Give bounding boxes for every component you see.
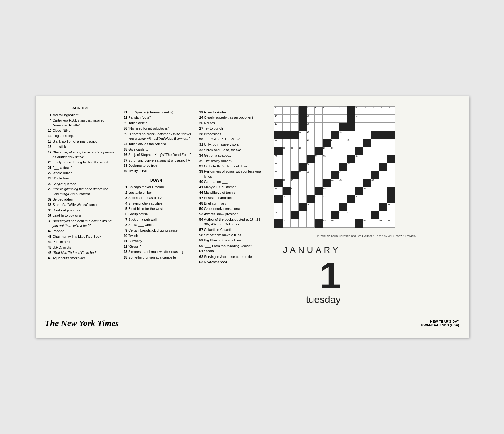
grid-cell-13-7[interactable] [331,211,339,219]
grid-cell-7-11[interactable] [363,163,371,171]
grid-cell-8-6[interactable] [323,171,331,179]
grid-cell-10-5[interactable] [315,187,323,195]
grid-cell-14-14[interactable]: 69 [387,219,395,228]
grid-cell-8-14[interactable] [387,171,395,179]
grid-cell-6-11[interactable] [363,155,371,163]
grid-cell-2-12[interactable] [371,123,379,131]
grid-cell-6-13[interactable] [379,155,387,163]
grid-cell-5-9[interactable] [347,147,355,155]
grid-cell-12-4[interactable]: 56 [307,203,315,211]
grid-cell-7-14[interactable] [387,163,395,171]
grid-cell-10-12[interactable] [371,187,379,195]
grid-cell-14-11[interactable]: 67 [363,219,371,228]
grid-cell-13-0[interactable]: 59 [274,211,283,219]
grid-cell-9-1[interactable]: 42 [283,179,291,187]
grid-cell-2-13[interactable] [379,123,387,131]
grid-cell-4-2[interactable] [291,139,299,147]
grid-cell-1-9[interactable] [347,115,355,123]
grid-cell-4-6[interactable] [323,139,331,147]
grid-cell-3-12[interactable] [371,131,379,139]
grid-cell-2-11[interactable] [363,123,371,131]
grid-cell-8-12[interactable] [371,171,379,179]
grid-cell-10-8[interactable] [339,187,347,195]
grid-cell-3-4[interactable]: 20 [307,131,315,139]
grid-cell-9-5[interactable] [315,179,323,187]
grid-cell-5-10[interactable] [355,147,363,155]
grid-cell-8-4[interactable]: 40 [307,171,315,179]
grid-cell-5-2[interactable]: 27 [291,147,299,155]
grid-cell-14-2[interactable] [291,219,299,228]
grid-cell-1-1[interactable] [283,115,291,123]
grid-cell-14-1[interactable]: 64 [283,219,291,228]
grid-cell-12-9[interactable]: 57 [347,203,355,211]
grid-cell-11-14[interactable] [387,195,395,203]
grid-cell-0-2[interactable]: 3 [291,107,299,115]
grid-cell-5-0[interactable] [274,147,283,155]
grid-cell-6-0[interactable]: 31 [274,155,283,163]
grid-cell-11-2[interactable] [291,195,299,203]
grid-cell-1-3[interactable] [299,115,307,123]
grid-cell-10-3[interactable] [299,187,307,195]
grid-cell-9-12[interactable]: 46 [371,179,379,187]
grid-cell-10-10[interactable] [355,187,363,195]
grid-cell-13-11[interactable] [363,211,371,219]
grid-cell-12-13[interactable] [379,203,387,211]
grid-cell-3-8[interactable]: 21 [339,131,347,139]
grid-cell-9-11[interactable] [363,179,371,187]
grid-cell-8-11[interactable] [363,171,371,179]
grid-cell-8-7[interactable] [331,171,339,179]
grid-cell-13-13[interactable] [379,211,387,219]
grid-cell-13-2[interactable] [291,211,299,219]
grid-cell-7-4[interactable]: 36 [307,163,315,171]
grid-cell-1-5[interactable] [315,115,323,123]
grid-cell-13-5[interactable] [315,211,323,219]
grid-cell-8-10[interactable] [355,171,363,179]
grid-cell-6-5[interactable]: 32 [315,155,323,163]
grid-cell-7-12[interactable] [371,163,379,171]
grid-cell-3-6[interactable] [323,131,331,139]
grid-cell-8-5[interactable] [315,171,323,179]
grid-cell-9-14[interactable] [387,179,395,187]
grid-cell-6-10[interactable]: 34 [355,155,363,163]
grid-cell-1-2[interactable] [291,115,299,123]
grid-cell-9-7[interactable]: 44 [331,179,339,187]
grid-cell-12-11[interactable] [363,203,371,211]
grid-cell-2-3[interactable] [299,123,307,131]
grid-cell-3-10[interactable] [355,131,363,139]
grid-cell-3-5[interactable] [315,131,323,139]
grid-cell-11-8[interactable] [339,195,347,203]
grid-cell-8-1[interactable] [283,171,291,179]
grid-cell-8-8[interactable]: 41 [339,171,347,179]
grid-cell-0-13[interactable]: 12 [379,107,387,115]
grid-cell-2-5[interactable] [315,123,323,131]
grid-cell-4-9[interactable]: 25 [347,139,355,147]
grid-cell-5-12[interactable] [371,147,379,155]
grid-cell-2-10[interactable] [355,123,363,131]
grid-cell-6-4[interactable] [307,155,315,163]
grid-cell-11-5[interactable]: 52 [315,195,323,203]
grid-cell-2-4[interactable]: 18 [307,123,315,131]
grid-cell-11-4[interactable] [307,195,315,203]
grid-cell-5-3[interactable]: 28 [299,147,307,155]
grid-cell-3-3[interactable]: 19 [299,131,307,139]
grid-cell-14-3[interactable] [299,219,307,228]
grid-cell-0-12[interactable]: 11 [371,107,379,115]
grid-cell-13-14[interactable] [387,211,395,219]
grid-cell-14-6[interactable]: 65 [323,219,331,228]
grid-cell-12-2[interactable] [291,203,299,211]
grid-cell-0-14[interactable]: 13 [387,107,395,115]
grid-cell-2-7[interactable] [331,123,339,131]
grid-cell-1-14[interactable] [387,115,395,123]
grid-cell-5-5[interactable] [315,147,323,155]
grid-cell-0-4[interactable]: 4 [307,107,315,115]
grid-cell-9-4[interactable] [307,179,315,187]
grid-cell-11-0[interactable] [274,195,283,203]
grid-cell-4-1[interactable] [283,139,291,147]
grid-cell-7-6[interactable] [323,163,331,171]
grid-cell-5-1[interactable]: 26 [283,147,291,155]
grid-cell-14-9[interactable] [347,219,355,228]
grid-cell-5-6[interactable]: 29 [323,147,331,155]
grid-cell-10-7[interactable] [331,187,339,195]
grid-cell-5-8[interactable] [339,147,347,155]
grid-cell-7-8[interactable] [339,163,347,171]
